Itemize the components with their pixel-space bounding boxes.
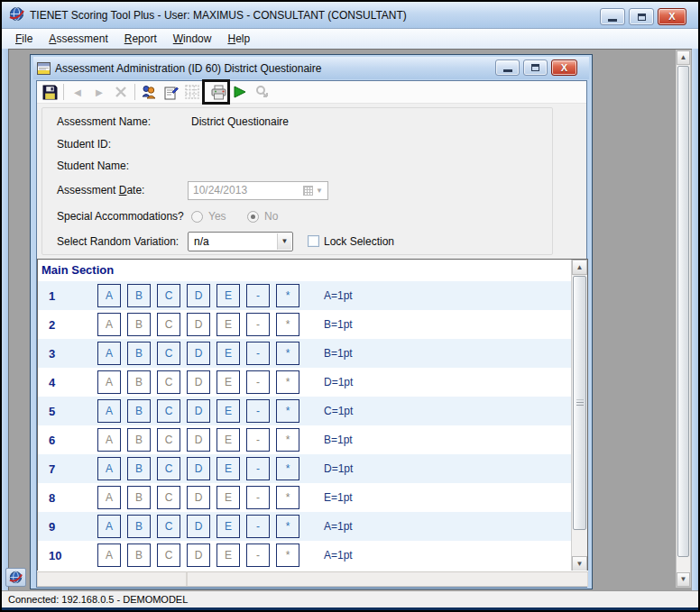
answer-option-b[interactable]: B <box>127 370 151 394</box>
minimize-button[interactable] <box>600 8 625 25</box>
answer-option-dash[interactable]: - <box>246 313 270 336</box>
goto-button[interactable] <box>251 82 272 102</box>
answer-option-star[interactable]: * <box>276 313 299 336</box>
answer-option-dash[interactable]: - <box>246 342 270 365</box>
answer-option-a[interactable]: A <box>97 428 121 452</box>
answer-option-star[interactable]: * <box>276 543 299 567</box>
answer-option-b[interactable]: B <box>127 515 151 538</box>
menu-help[interactable]: Help <box>219 30 258 48</box>
answer-option-b[interactable]: B <box>127 428 151 452</box>
forward-button[interactable]: ► <box>88 82 110 102</box>
answer-option-a[interactable]: A <box>97 342 121 365</box>
answer-option-d[interactable]: D <box>187 543 210 567</box>
close-button[interactable]: X <box>658 8 686 25</box>
answer-option-dash[interactable]: - <box>246 370 270 394</box>
menu-file[interactable]: File <box>7 30 41 48</box>
answer-option-b[interactable]: B <box>127 342 151 365</box>
answer-option-d[interactable]: D <box>187 284 210 307</box>
answer-option-c[interactable]: C <box>157 399 180 423</box>
answer-option-dash[interactable]: - <box>246 428 270 452</box>
delete-button[interactable] <box>110 82 132 102</box>
answer-option-a[interactable]: A <box>97 313 121 336</box>
scroll-up-arrow-icon[interactable]: ▲ <box>572 260 587 275</box>
answer-option-star[interactable]: * <box>276 515 299 538</box>
answer-option-e[interactable]: E <box>216 428 240 452</box>
answer-option-d[interactable]: D <box>187 486 210 509</box>
date-picker-button[interactable]: ▼ <box>300 184 326 197</box>
answer-option-b[interactable]: B <box>127 313 151 336</box>
lock-selection-checkbox[interactable] <box>308 235 319 247</box>
answer-option-c[interactable]: C <box>157 342 180 365</box>
mdi-vertical-scrollbar[interactable]: ▲ ▼ <box>676 50 691 588</box>
main-section-scrollbar[interactable]: ▲ ▼ <box>571 260 587 571</box>
answer-option-e[interactable]: E <box>216 284 240 307</box>
answer-option-c[interactable]: C <box>157 543 180 567</box>
answer-option-a[interactable]: A <box>97 399 121 423</box>
answer-option-d[interactable]: D <box>187 342 210 365</box>
answer-option-d[interactable]: D <box>187 370 210 394</box>
back-button[interactable]: ◄ <box>67 82 88 102</box>
answer-option-b[interactable]: B <box>127 284 151 307</box>
properties-button[interactable] <box>160 82 181 102</box>
radio-yes[interactable] <box>191 211 203 223</box>
menu-window[interactable]: Window <box>165 30 220 48</box>
answer-option-e[interactable]: E <box>216 515 240 538</box>
answer-option-e[interactable]: E <box>216 370 240 394</box>
child-restore-button[interactable] <box>523 59 548 76</box>
answer-option-b[interactable]: B <box>127 486 151 509</box>
child-minimize-button[interactable] <box>495 59 520 76</box>
grid-button[interactable] <box>181 82 203 102</box>
mdi-scrollbar-thumb[interactable] <box>677 66 689 557</box>
scroll-up-arrow-icon[interactable]: ▲ <box>677 50 690 65</box>
answer-option-d[interactable]: D <box>187 428 210 452</box>
answer-option-star[interactable]: * <box>276 370 299 394</box>
menu-report[interactable]: Report <box>116 30 165 48</box>
answer-option-dash[interactable]: - <box>246 457 270 480</box>
minimized-window-button[interactable] <box>5 568 26 587</box>
answer-option-e[interactable]: E <box>216 313 240 336</box>
answer-option-a[interactable]: A <box>97 284 121 307</box>
radio-no[interactable] <box>247 211 259 223</box>
answer-option-c[interactable]: C <box>157 313 180 336</box>
answer-option-a[interactable]: A <box>97 515 121 538</box>
answer-option-star[interactable]: * <box>276 342 299 365</box>
answer-option-dash[interactable]: - <box>246 515 270 538</box>
restore-button[interactable] <box>629 8 654 25</box>
answer-option-star[interactable]: * <box>276 284 299 307</box>
scrollbar-thumb[interactable] <box>573 276 586 530</box>
answer-option-b[interactable]: B <box>127 399 151 423</box>
answer-option-d[interactable]: D <box>187 457 210 480</box>
assessment-date-field[interactable]: 10/24/2013 ▼ <box>188 181 328 200</box>
answer-option-c[interactable]: C <box>157 486 180 509</box>
answer-option-star[interactable]: * <box>276 486 299 509</box>
answer-option-d[interactable]: D <box>187 313 210 336</box>
answer-option-dash[interactable]: - <box>246 284 270 307</box>
answer-option-e[interactable]: E <box>216 486 240 509</box>
run-button[interactable] <box>229 82 251 102</box>
menu-assessment[interactable]: Assessment <box>41 30 115 48</box>
answer-option-c[interactable]: C <box>157 370 180 394</box>
answer-option-a[interactable]: A <box>97 370 121 394</box>
answer-option-e[interactable]: E <box>216 342 240 365</box>
answer-option-e[interactable]: E <box>216 399 240 423</box>
child-close-button[interactable]: X <box>551 59 577 76</box>
answer-option-star[interactable]: * <box>276 399 299 423</box>
answer-option-c[interactable]: C <box>157 457 180 480</box>
answer-option-d[interactable]: D <box>187 399 210 423</box>
answer-option-a[interactable]: A <box>97 457 121 480</box>
scroll-down-arrow-icon[interactable]: ▼ <box>677 572 690 587</box>
answer-option-c[interactable]: C <box>157 515 180 538</box>
students-button[interactable] <box>138 82 160 102</box>
answer-option-dash[interactable]: - <box>246 486 270 509</box>
answer-option-e[interactable]: E <box>216 543 240 567</box>
answer-option-c[interactable]: C <box>157 284 180 307</box>
answer-option-b[interactable]: B <box>127 543 151 567</box>
answer-option-b[interactable]: B <box>127 457 151 480</box>
random-variation-select[interactable]: n/a ▼ <box>188 232 293 251</box>
save-button[interactable] <box>39 82 60 102</box>
answer-option-c[interactable]: C <box>157 428 180 452</box>
answer-option-e[interactable]: E <box>216 457 240 480</box>
answer-option-star[interactable]: * <box>276 457 299 480</box>
answer-option-dash[interactable]: - <box>246 543 270 567</box>
answer-option-d[interactable]: D <box>187 515 210 538</box>
